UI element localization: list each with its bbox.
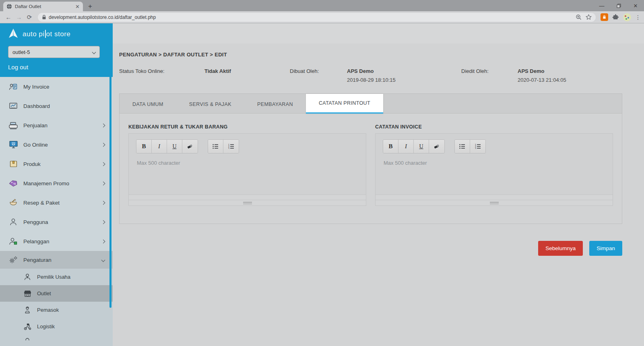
tab-servis-pajak[interactable]: SERVIS & PAJAK	[176, 95, 244, 113]
sidebar-item-resep-paket[interactable]: Resep & Paket	[0, 193, 113, 212]
sidebar-subitem-logistik[interactable]: Logistik	[0, 318, 113, 335]
sidebar-item-dashboard[interactable]: Dashboard	[0, 96, 113, 116]
storefront-icon	[23, 290, 32, 297]
forward-button[interactable]: →	[14, 12, 24, 23]
logo-text: auto piot store	[23, 30, 70, 38]
previous-button[interactable]: Sebelumnya	[538, 241, 583, 256]
customer-icon	[8, 237, 19, 245]
invoice-editor-statusbar	[376, 195, 613, 200]
created-at: 2019-08-29 18:10:15	[347, 77, 461, 83]
sidebar-item-pengguna[interactable]: Pengguna	[0, 212, 113, 232]
unordered-list-button[interactable]	[208, 140, 223, 153]
sidebar-item-my-invoice[interactable]: My Invoice	[0, 77, 113, 96]
user-icon	[8, 218, 19, 226]
profile-avatar[interactable]	[623, 13, 631, 21]
sidebar-item-penjualan[interactable]: Penjualan	[0, 116, 113, 135]
chevron-right-icon	[101, 143, 105, 147]
retur-editor-resize-handle[interactable]	[129, 200, 366, 205]
main-content: PENGATURAN > DAFTAR OUTLET > EDIT Status…	[113, 23, 644, 346]
logout-link[interactable]: Log out	[8, 64, 105, 70]
retur-editor: B I U	[128, 133, 366, 206]
cash-register-icon	[8, 122, 19, 129]
window-restore-button[interactable]	[610, 0, 627, 11]
gears-icon	[8, 256, 19, 264]
tab-bar: DATA UMUM SERVIS & PAJAK PEMBAYARAN CATA…	[119, 93, 622, 113]
created-by-label: Dibuat Oleh:	[290, 68, 347, 83]
save-button[interactable]: Simpan	[589, 241, 622, 256]
underline-button[interactable]: U	[167, 140, 182, 153]
bold-button[interactable]: B	[136, 140, 152, 153]
scooter-icon	[23, 323, 32, 330]
partial-icon	[23, 337, 32, 340]
italic-button[interactable]: I	[398, 140, 414, 153]
sidebar-menu: My Invoice Dashboard Penjualan Go Online…	[0, 77, 113, 346]
form-actions: Sebelumnya Simpan	[119, 241, 622, 256]
edited-at: 2020-07-13 21:04:05	[518, 77, 622, 83]
breadcrumb: PENGATURAN > DAFTAR OUTLET > EDIT	[119, 52, 622, 58]
sidebar-subitem-outlet[interactable]: Outlet	[0, 285, 113, 302]
reload-button[interactable]: ⟳	[24, 12, 35, 23]
sidebar-subitem-pemilik-usaha[interactable]: Pemilik Usaha	[0, 269, 113, 285]
invoice-editor-section: CATATAN INVOICE B I U	[375, 124, 613, 206]
sidebar-item-pelanggan[interactable]: Pelanggan	[0, 232, 113, 251]
window-minimize-button[interactable]: —	[593, 0, 610, 11]
tab-pembayaran[interactable]: PEMBAYARAN	[244, 95, 306, 113]
bookmark-star-icon[interactable]	[586, 14, 592, 20]
tab-data-umum[interactable]: DATA UMUM	[120, 95, 176, 113]
created-by-block: APS Demo 2019-08-29 18:10:15	[347, 68, 461, 83]
underline-button[interactable]: U	[414, 140, 429, 153]
italic-button[interactable]: I	[152, 140, 167, 153]
sidebar-scrollbar[interactable]	[109, 38, 111, 308]
tab-close-icon[interactable]: ✕	[75, 4, 80, 9]
puzzle-extensions-icon[interactable]	[612, 14, 619, 21]
retur-editor-title: KEBIJAKAN RETUR & TUKAR BARANG	[128, 124, 366, 130]
mortar-pestle-icon	[8, 199, 19, 207]
address-bar[interactable]: development.autopilotstore.co.id/daftar_…	[38, 13, 596, 22]
chevron-down-icon	[92, 50, 96, 54]
new-tab-button[interactable]: +	[85, 2, 95, 11]
status-row: Status Toko Online: Tidak Aktif Dibuat O…	[119, 68, 622, 83]
browser-tab[interactable]: Daftar Outlet ✕	[3, 2, 83, 11]
chevron-right-icon	[101, 162, 105, 166]
chevron-right-icon	[101, 239, 105, 243]
sidebar-item-go-online[interactable]: Go Online	[0, 135, 113, 154]
status-toko-value: Tidak Aktif	[204, 68, 290, 83]
retur-editor-statusbar	[129, 195, 366, 200]
sidebar-item-manajemen-promo[interactable]: % Manajemen Promo	[0, 174, 113, 193]
outlet-select[interactable]: outlet-5	[8, 46, 100, 58]
clear-format-eraser-icon[interactable]	[429, 140, 444, 153]
ordered-list-button[interactable]: 123	[223, 140, 239, 153]
outlet-select-value: outlet-5	[12, 49, 30, 55]
drag-grip-icon	[490, 201, 499, 205]
created-by-name: APS Demo	[347, 68, 461, 74]
sidebar-subitem-partial[interactable]	[0, 335, 113, 340]
window-close-button[interactable]: ✕	[627, 0, 644, 11]
sidebar-subitem-pemasok[interactable]: Pemasok	[0, 302, 113, 318]
sidebar-item-produk[interactable]: Produk	[0, 154, 113, 174]
invoice-editor-resize-handle[interactable]	[376, 200, 613, 205]
zoom-indicator-icon[interactable]	[576, 14, 582, 20]
tab-catatan-printout[interactable]: CATATAN PRINTOUT	[306, 94, 383, 114]
edited-by-label: Diedit Oleh:	[461, 68, 518, 83]
invoice-editor: B I U	[375, 133, 613, 206]
chevron-right-icon	[101, 181, 105, 185]
url-text: development.autopilotstore.co.id/daftar_…	[49, 15, 156, 20]
window-controls: — ✕	[593, 0, 644, 11]
retur-editor-textarea[interactable]: Max 500 character	[129, 153, 366, 195]
edited-by-name: APS Demo	[518, 68, 622, 74]
topbar	[113, 23, 644, 44]
invoice-editor-textarea[interactable]: Max 500 character	[376, 153, 613, 195]
chevron-right-icon	[101, 220, 105, 224]
bold-button[interactable]: B	[383, 140, 398, 153]
back-button[interactable]: ←	[3, 12, 14, 23]
browser-menu-icon[interactable]: ⋮	[635, 14, 641, 21]
browser-toolbar: ← → ⟳ development.autopilotstore.co.id/d…	[0, 11, 644, 23]
unordered-list-button[interactable]	[455, 140, 470, 153]
clear-format-eraser-icon[interactable]	[182, 140, 198, 153]
sidebar-item-pengaturan[interactable]: Pengaturan	[0, 251, 113, 269]
chevron-right-icon	[101, 123, 105, 127]
shopping-extension-icon[interactable]	[601, 13, 608, 21]
logo-pipe	[45, 30, 46, 38]
retur-editor-toolbar: B I U	[136, 139, 359, 153]
ordered-list-button[interactable]: 123	[470, 140, 485, 153]
